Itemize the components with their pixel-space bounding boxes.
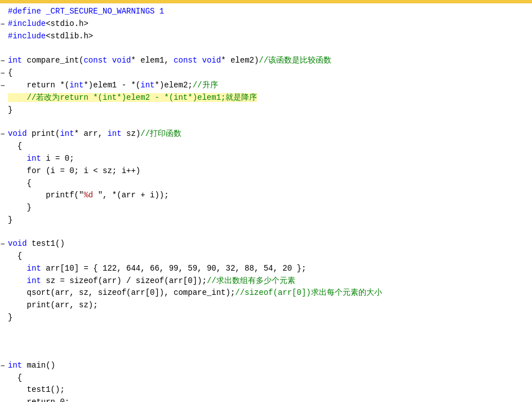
line-text: } (6, 214, 532, 227)
code-line: int i = 0; (0, 153, 532, 165)
line-text: printf("%d ", *(arr + i)); (6, 189, 532, 202)
code-line (0, 116, 532, 128)
code-line: { (0, 178, 532, 190)
code-token: sz) (122, 129, 141, 138)
code-token: test1() (27, 239, 65, 248)
line-text: void print(int* arr, int sz)//打印函数 (6, 128, 532, 140)
code-token: //该函数是比较函数 (259, 56, 331, 65)
line-fold-marker (0, 372, 6, 373)
code-token: void (112, 56, 131, 65)
code-token: const (83, 56, 107, 65)
line-fold-marker (0, 336, 6, 337)
code-token: } (8, 313, 12, 322)
line-fold-marker[interactable]: − (0, 67, 6, 79)
line-text: #include<stdlib.h> (6, 30, 532, 43)
code-line: −int main() (0, 360, 532, 372)
code-line (0, 336, 532, 348)
code-line: return 0; (0, 396, 532, 402)
code-token: const (174, 56, 197, 65)
line-fold-marker (0, 6, 6, 7)
line-fold-marker (0, 348, 6, 349)
code-line: for (i = 0; i < sz; i++) (0, 165, 532, 178)
code-token: compare_int( (22, 56, 83, 65)
code-token: #include (8, 32, 46, 41)
line-text: int main() (6, 360, 532, 372)
code-token: int (107, 129, 121, 138)
line-fold-marker (0, 250, 6, 251)
code-token: int (27, 264, 41, 273)
code-line: − return *(int*)elem1 - *(int*)elem2;//升… (0, 79, 532, 92)
line-fold-marker[interactable]: − (0, 238, 6, 250)
code-token: } (8, 203, 32, 212)
code-token: <stdio.h> (46, 19, 88, 28)
code-token: //sizeof(arr[0])求出每个元素的大小 (235, 288, 382, 297)
code-token: i = 0; (41, 154, 74, 163)
code-token: void (202, 56, 221, 65)
line-fold-marker[interactable]: − (0, 55, 6, 67)
code-token: print(arr, sz); (8, 301, 98, 310)
line-text: { (6, 372, 532, 385)
code-token: { (8, 373, 22, 382)
line-fold-marker (0, 92, 6, 93)
code-token: ", *(arr + i)); (98, 191, 169, 200)
code-token: * elem1, (131, 56, 174, 65)
line-text: #include<stdio.h> (6, 18, 532, 30)
code-token: } (8, 105, 12, 114)
line-text: print(arr, sz); (6, 299, 532, 312)
line-text: int compare_int(const void* elem1, const… (6, 55, 532, 67)
line-text: { (6, 250, 532, 263)
code-line: −int compare_int(const void* elem1, cons… (0, 55, 532, 67)
code-token: int (8, 361, 22, 370)
code-token: int (27, 154, 41, 163)
line-fold-marker (0, 43, 6, 44)
code-line: #include<stdlib.h> (0, 30, 532, 43)
line-text: { (6, 140, 532, 153)
line-fold-marker (0, 275, 6, 276)
line-text: } (6, 202, 532, 214)
code-token: int (69, 81, 83, 90)
line-text: { (6, 178, 532, 190)
line-text: #define _CRT_SECURE_NO_WARNINGS 1 (6, 6, 532, 18)
code-token: int (27, 276, 41, 285)
line-fold-marker (0, 30, 6, 32)
code-line: #define _CRT_SECURE_NO_WARNINGS 1 (0, 6, 532, 18)
line-fold-marker (0, 165, 6, 166)
line-fold-marker (0, 153, 6, 154)
line-fold-marker (0, 263, 6, 264)
line-fold-marker (0, 299, 6, 301)
code-token (8, 276, 27, 285)
code-token: //打印函数 (140, 129, 181, 138)
line-text: //若改为return *(int*)elem2 - *(int*)elem1;… (6, 92, 532, 104)
code-line: } (0, 214, 532, 227)
code-token: print( (27, 129, 60, 138)
line-text: test1(); (6, 384, 532, 396)
code-line: //若改为return *(int*)elem2 - *(int*)elem1;… (0, 92, 532, 104)
code-token (8, 154, 27, 163)
line-fold-marker[interactable]: − (0, 18, 6, 30)
line-text: return *(int*)elem1 - *(int*)elem2;//升序 (6, 79, 532, 92)
code-token: return *( (8, 81, 69, 90)
line-fold-marker[interactable]: − (0, 360, 6, 372)
code-token (8, 264, 27, 273)
line-fold-marker[interactable]: − (0, 128, 6, 140)
code-line: printf("%d ", *(arr + i)); (0, 189, 532, 202)
code-token: { (8, 179, 32, 188)
line-fold-marker[interactable]: − (0, 79, 6, 92)
code-token: { (8, 68, 12, 77)
line-text: } (6, 312, 532, 324)
code-token: test1(); (8, 385, 65, 394)
line-text: int arr[10] = { 122, 644, 66, 99, 59, 90… (6, 263, 532, 275)
code-line: print(arr, sz); (0, 299, 532, 312)
line-fold-marker (0, 226, 6, 227)
code-line (0, 226, 532, 238)
code-line: } (0, 202, 532, 214)
code-token: <stdlib.h> (46, 32, 93, 41)
code-line: } (0, 312, 532, 324)
code-token: #include (8, 19, 46, 28)
code-line: { (0, 372, 532, 385)
code-token: //升序 (193, 81, 218, 90)
code-token: { (8, 251, 22, 260)
code-line: −void print(int* arr, int sz)//打印函数 (0, 128, 532, 140)
line-text: } (6, 104, 532, 117)
line-fold-marker (0, 116, 6, 117)
